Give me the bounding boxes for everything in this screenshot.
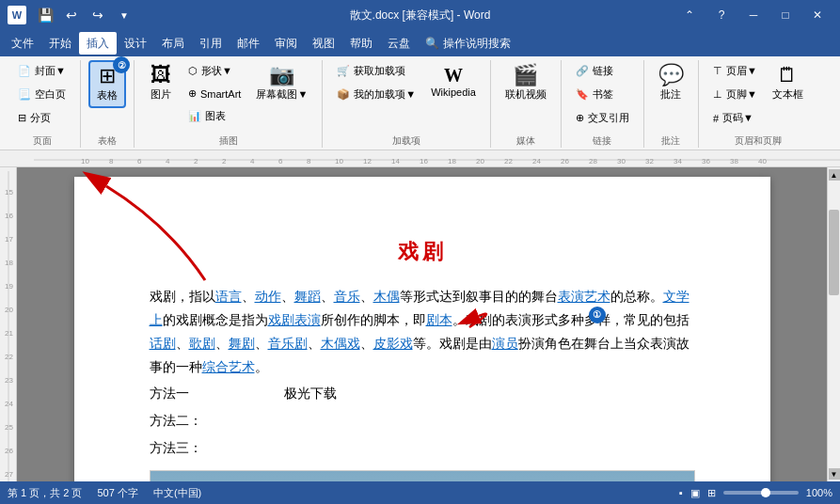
link-language[interactable]: 语言 — [215, 290, 242, 304]
menu-review[interactable]: 审阅 — [267, 32, 305, 55]
minimize-button[interactable]: ─ — [738, 0, 769, 30]
header-footer-group-label: 页眉和页脚 — [735, 133, 782, 148]
link-music[interactable]: 音乐 — [334, 290, 360, 304]
link-shadow[interactable]: 皮影戏 — [373, 337, 413, 351]
link-actor[interactable]: 演员 — [492, 337, 518, 351]
svg-text:18: 18 — [5, 259, 13, 267]
help-button[interactable]: ? — [706, 0, 737, 30]
link-spoken-drama[interactable]: 话剧 — [150, 337, 176, 351]
vertical-scrollbar[interactable]: ▲ ▼ — [827, 167, 840, 481]
link-dance[interactable]: 舞蹈 — [294, 290, 321, 304]
link-opera[interactable]: 歌剧 — [189, 337, 215, 351]
language-indicator: 中文(中国) — [153, 486, 201, 500]
bookmark-button[interactable]: 🔖 书签 — [569, 84, 636, 105]
svg-text:21: 21 — [5, 329, 13, 338]
landscape-image: X 自由互联站 www.xx7.com — [150, 470, 695, 481]
horizontal-ruler: 10 8 6 4 2 2 4 6 8 10 12 14 16 18 20 22 … — [0, 150, 840, 167]
window-title: 散文.docx [兼容模式] - Word — [350, 8, 491, 24]
svg-text:16: 16 — [420, 157, 428, 165]
svg-text:20: 20 — [5, 306, 13, 314]
scroll-down-button[interactable]: ▼ — [829, 468, 840, 480]
comment-button[interactable]: 💬 批注 — [652, 60, 690, 106]
search-box[interactable]: 🔍 操作说明搜索 — [418, 32, 518, 55]
screenshot-button[interactable]: 📷 屏幕截图▼ — [249, 60, 314, 106]
svg-text:6: 6 — [278, 157, 283, 165]
cross-reference-button[interactable]: ⊕ 交叉引用 — [569, 107, 636, 129]
menu-file[interactable]: 文件 — [4, 32, 41, 55]
view-web-icon[interactable]: ▣ — [690, 487, 700, 499]
link-puppet[interactable]: 木偶 — [373, 290, 400, 304]
menu-help[interactable]: 帮助 — [342, 32, 380, 55]
link-drama-performance[interactable]: 戏剧表演 — [268, 313, 321, 327]
close-button[interactable]: ✕ — [802, 0, 832, 30]
link-musical[interactable]: 音乐剧 — [268, 337, 308, 351]
chart-button[interactable]: 📊 图表 — [182, 105, 247, 127]
wikipedia-button[interactable]: W Wikipedia — [424, 60, 483, 102]
scroll-track[interactable] — [828, 181, 840, 468]
svg-text:22: 22 — [5, 353, 13, 361]
video-icon: 🎬 — [513, 65, 538, 86]
scroll-thumb[interactable] — [829, 210, 839, 296]
scroll-up-button[interactable]: ▲ — [829, 169, 840, 181]
link-dance-drama[interactable]: 舞剧 — [229, 337, 255, 351]
smartart-button[interactable]: ⊕ SmartArt — [182, 84, 247, 103]
page-number-button[interactable]: # 页码▼ — [706, 107, 764, 129]
cross-ref-icon: ⊕ — [576, 112, 584, 124]
ribbon-toggle-button[interactable]: ⌃ — [674, 0, 705, 30]
header-button[interactable]: ⊤ 页眉▼ — [706, 60, 764, 82]
document-scroll[interactable]: 戏剧 戏剧，指以语言、动作、舞蹈、音乐、木偶等形式达到叙事目的的舞台表演艺术的总… — [17, 167, 827, 481]
media-group-label: 媒体 — [516, 133, 535, 148]
link-performing-art[interactable]: 表演艺术 — [558, 290, 610, 304]
svg-text:30: 30 — [617, 157, 626, 165]
menu-home[interactable]: 开始 — [41, 32, 79, 55]
svg-text:24: 24 — [5, 400, 13, 408]
table-group-label: 表格 — [98, 133, 117, 148]
comments-group-label: 批注 — [661, 133, 680, 148]
cover-page-button[interactable]: 📄 封面▼ — [11, 60, 72, 82]
menu-cloud[interactable]: 云盘 — [380, 32, 418, 55]
zoom-slider[interactable] — [723, 491, 799, 495]
link-puppet2[interactable]: 木偶戏 — [321, 337, 360, 351]
textbox-button[interactable]: 🗒 文本框 — [766, 60, 810, 106]
picture-button[interactable]: 🖼 图片 — [142, 60, 180, 106]
page-break-button[interactable]: ⊟ 分页 — [11, 107, 72, 129]
shapes-button[interactable]: ⬡ 形状▼ — [182, 60, 247, 82]
redo-button[interactable]: ↪ — [87, 4, 109, 26]
footer-button[interactable]: ⊥ 页脚▼ — [706, 84, 764, 105]
svg-text:28: 28 — [589, 157, 597, 165]
table-button[interactable]: ⊞ 表格 ② — [88, 60, 126, 108]
document-title: 戏剧 — [150, 233, 695, 271]
link-comprehensive-art[interactable]: 综合艺术 — [202, 360, 255, 374]
customize-qat-button[interactable]: ▼ — [113, 4, 135, 26]
ribbon-group-media: 🎬 联机视频 媒体 — [491, 60, 562, 148]
save-button[interactable]: 💾 — [34, 4, 56, 26]
get-addins-button[interactable]: 🛒 获取加载项 — [330, 60, 422, 82]
svg-text:25: 25 — [5, 423, 13, 432]
document-page[interactable]: 戏剧 戏剧，指以语言、动作、舞蹈、音乐、木偶等形式达到叙事目的的舞台表演艺术的总… — [74, 177, 770, 481]
my-addins-button[interactable]: 📦 我的加载项▼ — [330, 84, 422, 105]
view-print-icon[interactable]: ▪ — [679, 487, 683, 498]
hyperlink-button[interactable]: 🔗 链接 — [569, 60, 636, 82]
ribbon: 📄 封面▼ 📃 空白页 ⊟ 分页 页面 — [0, 56, 840, 150]
link-action[interactable]: 动作 — [255, 290, 281, 304]
svg-text:8: 8 — [109, 157, 114, 165]
svg-text:38: 38 — [730, 157, 738, 165]
blank-page-icon: 📃 — [18, 88, 31, 101]
blank-page-button[interactable]: 📃 空白页 — [11, 84, 72, 105]
word-count: 507 个字 — [97, 486, 137, 500]
menu-mailings[interactable]: 邮件 — [230, 32, 267, 55]
menu-design[interactable]: 设计 — [117, 32, 154, 55]
document-body[interactable]: 戏剧，指以语言、动作、舞蹈、音乐、木偶等形式达到叙事目的的舞台表演艺术的总称。文… — [150, 286, 695, 481]
maximize-button[interactable]: □ — [770, 0, 800, 30]
view-read-icon[interactable]: ⊞ — [707, 487, 716, 499]
menu-references[interactable]: 引用 — [192, 32, 230, 55]
menu-layout[interactable]: 布局 — [154, 32, 192, 55]
title-bar-left: W 💾 ↩ ↪ ▼ — [8, 4, 135, 26]
undo-button[interactable]: ↩ — [60, 4, 83, 26]
svg-text:17: 17 — [5, 235, 13, 244]
menu-view[interactable]: 视图 — [305, 32, 342, 55]
menu-insert[interactable]: 插入 — [79, 32, 117, 55]
online-video-button[interactable]: 🎬 联机视频 — [499, 60, 553, 106]
textbox-icon: 🗒 — [777, 65, 798, 86]
link-script[interactable]: 剧本 — [426, 313, 452, 327]
